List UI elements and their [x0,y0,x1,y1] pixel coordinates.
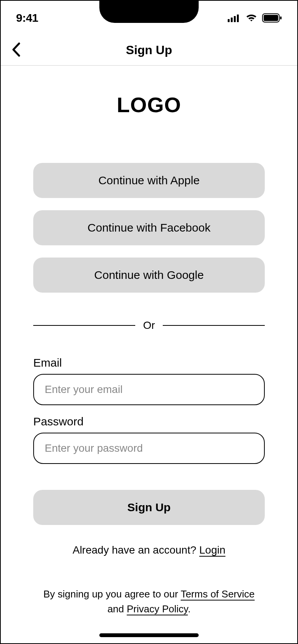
svg-rect-0 [228,19,230,22]
chevron-left-icon [12,42,20,58]
status-bar: 9:41 [1,1,297,35]
terms-of-service-link[interactable]: Terms of Service [181,588,255,600]
email-input[interactable] [33,374,265,405]
cellular-icon [228,14,241,22]
battery-icon [262,13,282,23]
terms-text: By signing up you agree to our Terms of … [33,587,265,617]
back-button[interactable] [8,41,24,60]
terms-prefix: By signing up you agree to our [43,588,180,600]
logo: LOGO [33,92,265,117]
notch [99,0,199,23]
signup-button[interactable]: Sign Up [33,490,265,525]
divider-text: Or [143,319,155,332]
page-title: Sign Up [126,43,172,57]
svg-rect-5 [264,15,278,21]
svg-rect-3 [237,14,239,22]
continue-apple-button[interactable]: Continue with Apple [33,163,265,198]
divider-line [163,325,265,326]
svg-rect-2 [234,16,236,22]
password-label: Password [33,415,265,428]
divider: Or [33,319,265,332]
login-link[interactable]: Login [199,544,226,556]
divider-line [33,325,135,326]
terms-suffix: . [188,603,191,615]
login-prompt: Already have an account? [73,544,199,556]
continue-facebook-button[interactable]: Continue with Facebook [33,210,265,245]
terms-and: and [107,603,127,615]
password-input[interactable] [33,433,265,464]
nav-bar: Sign Up [1,35,297,66]
email-label: Email [33,356,265,369]
privacy-policy-link[interactable]: Privacy Policy [127,603,188,615]
status-icons [228,13,282,23]
continue-google-button[interactable]: Continue with Google [33,258,265,293]
wifi-icon [245,14,258,22]
status-time: 9:41 [16,11,38,24]
svg-rect-1 [231,18,233,22]
svg-rect-6 [280,16,282,19]
login-row: Already have an account? Login [33,544,265,556]
home-indicator [99,633,199,637]
